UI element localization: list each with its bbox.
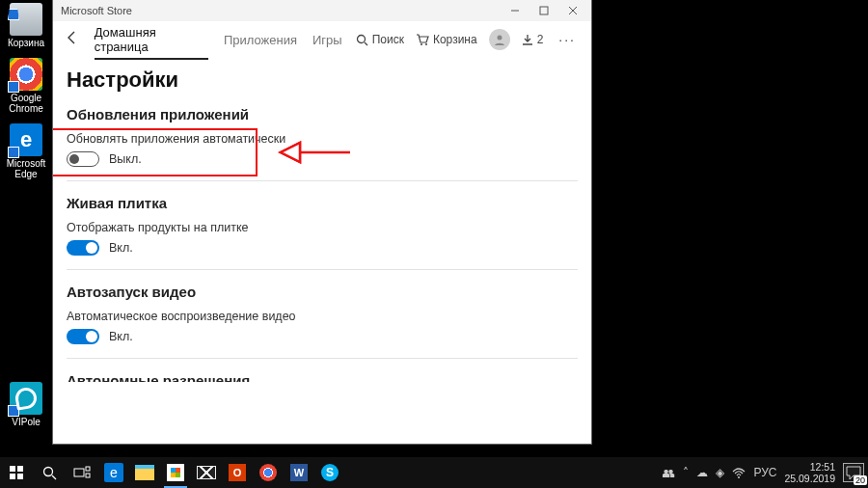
minimize-icon (510, 6, 520, 15)
cart-button[interactable]: Корзина (416, 33, 477, 46)
avatar-icon (489, 29, 510, 50)
window-maximize-button[interactable] (529, 0, 558, 21)
downloads-button[interactable]: 2 (522, 33, 544, 46)
task-view-button[interactable] (66, 457, 98, 488)
svg-point-6 (420, 43, 422, 45)
recycle-bin-icon (10, 3, 42, 36)
svg-point-8 (497, 36, 502, 41)
network-icon[interactable]: ◈ (716, 466, 724, 479)
svg-point-7 (425, 43, 427, 45)
section-heading-updates: Обновления приложений (67, 106, 578, 122)
account-button[interactable] (489, 29, 510, 50)
desktop-icon-label: Корзина (0, 38, 52, 48)
desktop-icon-edge[interactable]: Microsoft Edge (0, 123, 52, 179)
maximize-icon (539, 6, 549, 15)
tab-games[interactable]: Игры (312, 25, 342, 55)
taskbar-app-chrome[interactable] (253, 457, 284, 488)
svg-rect-9 (10, 466, 15, 472)
toggle-auto-update[interactable] (67, 151, 99, 167)
search-icon (42, 466, 57, 480)
svg-rect-1 (540, 7, 548, 14)
action-center-button[interactable]: 20 (843, 463, 864, 482)
taskbar-app-office[interactable]: O (222, 457, 253, 488)
section-heading-video: Автозапуск видео (67, 284, 578, 300)
windows-logo-icon (10, 466, 23, 479)
toggle-state-video: Вкл. (109, 330, 133, 343)
taskbar-app-edge[interactable]: e (98, 457, 129, 488)
chrome-icon (259, 464, 277, 481)
toggle-tile[interactable] (67, 240, 99, 256)
svg-line-5 (365, 42, 367, 45)
tray-chevron-up-icon[interactable]: ˄ (683, 466, 689, 479)
wifi-icon[interactable] (732, 468, 746, 478)
toggle-row-tile: Вкл. (67, 240, 578, 256)
desktop-icon-recycle-bin[interactable]: Корзина (0, 3, 52, 48)
edge-icon (10, 123, 42, 156)
task-view-icon (73, 466, 91, 479)
taskbar-clock[interactable]: 12:51 25.09.2019 (784, 461, 835, 484)
system-tray[interactable]: 👥︎ ˄ ☁ ◈ РУС (663, 466, 776, 480)
taskbar-left: e O W S (0, 457, 345, 488)
toggle-row-auto-update: Выкл. (67, 151, 578, 167)
page-title: Настройки (67, 68, 578, 93)
back-button[interactable] (59, 30, 87, 49)
search-icon (356, 34, 368, 46)
people-icon[interactable]: 👥︎ (663, 466, 675, 480)
back-arrow-icon (65, 30, 80, 45)
divider (67, 180, 578, 181)
divider (67, 358, 578, 359)
setting-label-auto-update: Обновлять приложения автоматически (67, 132, 578, 146)
desktop-icon-label: VIPole (0, 417, 52, 427)
word-icon: W (290, 464, 308, 481)
svg-rect-10 (17, 466, 23, 472)
desktop-icon-label: Microsoft Edge (0, 158, 52, 179)
desktop-icon-vipole[interactable]: VIPole (0, 382, 52, 427)
svg-rect-16 (86, 467, 90, 471)
microsoft-store-window: Microsoft Store Домашняя страница Прилож… (53, 0, 591, 444)
store-content: Настройки Обновления приложений Обновлят… (53, 58, 591, 444)
svg-rect-11 (10, 474, 15, 479)
vipole-icon (10, 382, 42, 415)
cart-label: Корзина (433, 33, 477, 46)
taskbar: e O W S 👥︎ ˄ ☁ ◈ РУС 12:51 25.09.2019 20 (0, 457, 868, 488)
clock-time: 12:51 (784, 461, 835, 473)
language-indicator[interactable]: РУС (753, 466, 776, 479)
notification-count-badge: 20 (854, 475, 867, 485)
start-button[interactable] (0, 457, 33, 488)
window-minimize-button[interactable] (501, 0, 529, 21)
taskbar-app-skype[interactable]: S (314, 457, 345, 488)
store-navbar: Домашняя страница Приложения Игры Поиск … (53, 21, 591, 58)
svg-rect-15 (74, 469, 84, 476)
chrome-icon (10, 58, 42, 91)
tab-apps[interactable]: Приложения (224, 25, 297, 55)
section-heading-tile: Живая плитка (67, 195, 578, 211)
toggle-row-video: Вкл. (67, 329, 578, 344)
desktop-icon-chrome[interactable]: Google Chrome (0, 58, 52, 114)
clock-date: 25.09.2019 (784, 473, 835, 484)
window-close-button[interactable] (558, 0, 587, 21)
taskbar-search-button[interactable] (33, 457, 66, 488)
taskbar-app-mail[interactable] (191, 457, 222, 488)
divider (67, 269, 578, 270)
svg-point-4 (357, 35, 365, 42)
taskbar-app-store[interactable] (160, 457, 191, 488)
taskbar-app-explorer[interactable] (129, 457, 160, 488)
desktop: Корзина Google Chrome Microsoft Edge VIP… (0, 0, 53, 437)
taskbar-app-word[interactable]: W (284, 457, 314, 488)
close-icon (568, 6, 578, 15)
search-label: Поиск (372, 33, 404, 46)
office-icon: O (229, 464, 246, 481)
file-explorer-icon (135, 465, 154, 480)
downloads-count: 2 (537, 33, 544, 46)
more-button[interactable]: ··· (555, 32, 580, 47)
cloud-icon[interactable]: ☁ (696, 466, 708, 479)
toggle-video[interactable] (67, 329, 99, 344)
search-button[interactable]: Поиск (356, 33, 404, 46)
mail-icon (197, 466, 216, 479)
toggle-state-auto-update: Выкл. (109, 152, 142, 166)
desktop-icon-label: Google Chrome (0, 93, 52, 114)
tab-home[interactable]: Домашняя страница (95, 17, 208, 62)
download-icon (522, 34, 533, 45)
svg-rect-12 (17, 474, 23, 479)
toggle-state-tile: Вкл. (109, 241, 133, 255)
